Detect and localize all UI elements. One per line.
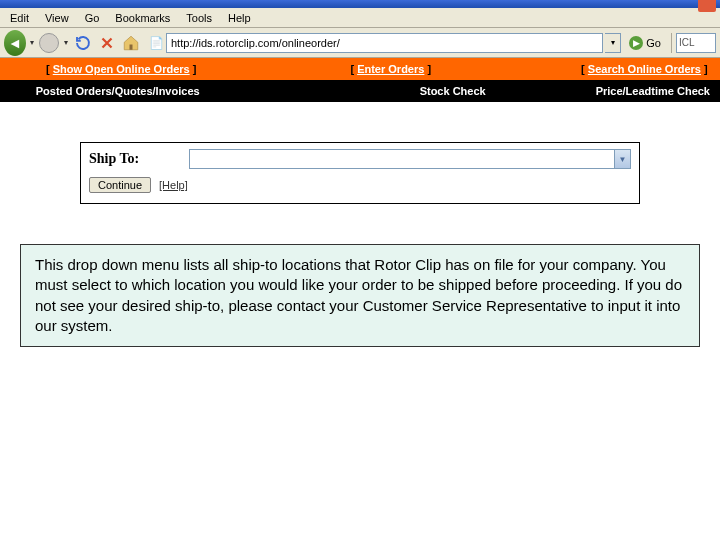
home-button[interactable]	[120, 32, 142, 54]
nav-show-open-orders[interactable]: [ Show Open Online Orders ]	[36, 63, 206, 75]
back-dropdown-icon[interactable]: ▾	[28, 38, 36, 47]
menu-bookmarks[interactable]: Bookmarks	[107, 10, 178, 26]
nav-search-orders-label: Search Online Orders	[588, 63, 701, 75]
primary-nav: [ Show Open Online Orders ] [ Enter Orde…	[0, 58, 720, 80]
secondary-nav: Posted Orders/Quotes/Invoices Stock Chec…	[0, 80, 720, 102]
go-icon: ▶	[629, 36, 643, 50]
menu-tools[interactable]: Tools	[178, 10, 220, 26]
chevron-down-icon: ▼	[614, 150, 630, 168]
search-input[interactable]: ICL	[676, 33, 716, 53]
page-icon: 📄	[148, 35, 164, 51]
nav-enter-orders[interactable]: [ Enter Orders ]	[340, 63, 441, 75]
nav-price-check[interactable]: Price/Leadtime Check	[586, 85, 720, 97]
stop-icon	[98, 34, 116, 52]
menu-help[interactable]: Help	[220, 10, 259, 26]
toolbar-separator	[671, 33, 672, 53]
home-icon	[122, 34, 140, 52]
toolbar: ◄ ▾ ▾ 📄 ▾ ▶ Go ICL	[0, 28, 720, 58]
nav-search-orders[interactable]: [ Search Online Orders ]	[571, 63, 718, 75]
nav-show-open-orders-label: Show Open Online Orders	[53, 63, 190, 75]
go-label: Go	[646, 37, 661, 49]
nav-stock-check[interactable]: Stock Check	[410, 85, 496, 97]
stop-button[interactable]	[96, 32, 118, 54]
nav-posted-orders[interactable]: Posted Orders/Quotes/Invoices	[26, 85, 210, 97]
svg-rect-0	[130, 44, 133, 49]
nav-back-button[interactable]: ◄	[4, 32, 26, 54]
help-link[interactable]: [Help]	[159, 179, 188, 191]
nav-enter-orders-label: Enter Orders	[357, 63, 424, 75]
continue-button[interactable]: Continue	[89, 177, 151, 193]
shipto-form: Ship To: ▼ Continue [Help]	[80, 142, 640, 204]
nav-forward-button[interactable]	[38, 32, 60, 54]
reload-button[interactable]	[72, 32, 94, 54]
shipto-select[interactable]: ▼	[189, 149, 631, 169]
menu-edit[interactable]: Edit	[2, 10, 37, 26]
address-dropdown-button[interactable]: ▾	[605, 33, 621, 53]
window-titlebar	[0, 0, 720, 8]
forward-dropdown-icon[interactable]: ▾	[62, 38, 70, 47]
shipto-label: Ship To:	[89, 151, 179, 167]
address-input[interactable]	[166, 33, 603, 53]
address-bar: 📄 ▾ ▶ Go ICL	[148, 33, 716, 53]
instruction-callout: This drop down menu lists all ship-to lo…	[20, 244, 700, 347]
window-close-button[interactable]	[698, 0, 716, 12]
menu-go[interactable]: Go	[77, 10, 108, 26]
menu-bar: Edit View Go Bookmarks Tools Help	[0, 8, 720, 28]
reload-icon	[74, 34, 92, 52]
go-button[interactable]: ▶ Go	[623, 36, 667, 50]
menu-view[interactable]: View	[37, 10, 77, 26]
